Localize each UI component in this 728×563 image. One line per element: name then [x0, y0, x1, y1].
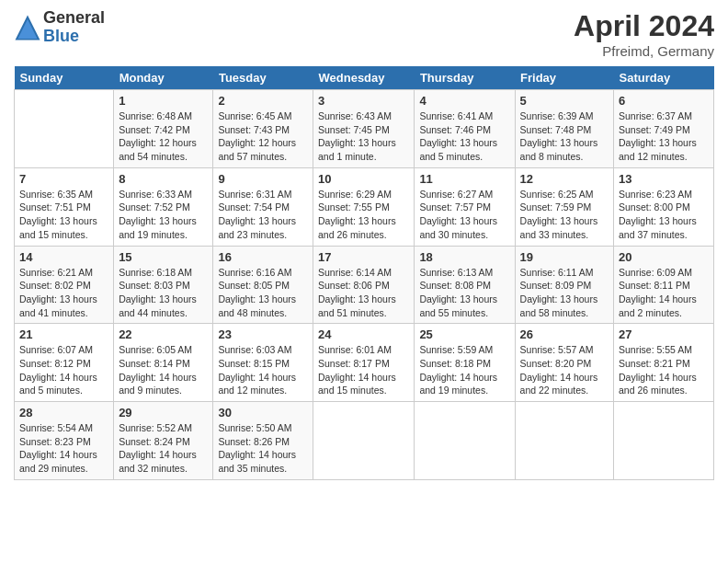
day-number: 6	[619, 94, 709, 108]
table-cell: 5Sunrise: 6:39 AMSunset: 7:48 PMDaylight…	[515, 90, 613, 168]
day-info: Sunrise: 6:01 AMSunset: 8:17 PMDaylight:…	[318, 343, 409, 397]
day-number: 19	[520, 250, 609, 264]
day-number: 2	[218, 94, 308, 108]
col-friday: Friday	[515, 66, 613, 90]
table-cell: 8Sunrise: 6:33 AMSunset: 7:52 PMDaylight…	[114, 167, 213, 246]
table-cell: 27Sunrise: 5:55 AMSunset: 8:21 PMDayligh…	[614, 324, 714, 402]
day-number: 28	[19, 406, 108, 419]
day-info: Sunrise: 6:13 AMSunset: 8:08 PMDaylight:…	[419, 266, 509, 320]
day-number: 3	[318, 94, 409, 108]
table-cell: 19Sunrise: 6:11 AMSunset: 8:09 PMDayligh…	[515, 246, 613, 324]
day-number: 21	[19, 327, 108, 341]
day-number: 26	[520, 327, 609, 341]
day-info: Sunrise: 6:21 AMSunset: 8:02 PMDaylight:…	[19, 266, 108, 320]
day-number: 25	[419, 327, 509, 341]
day-info: Sunrise: 6:14 AMSunset: 8:06 PMDaylight:…	[318, 266, 409, 320]
table-row-week-1: 1Sunrise: 6:48 AMSunset: 7:42 PMDaylight…	[15, 90, 714, 168]
table-cell: 24Sunrise: 6:01 AMSunset: 8:17 PMDayligh…	[313, 324, 415, 402]
table-cell: 11Sunrise: 6:27 AMSunset: 7:57 PMDayligh…	[415, 167, 515, 246]
table-cell: 18Sunrise: 6:13 AMSunset: 8:08 PMDayligh…	[415, 246, 515, 324]
table-row-week-3: 14Sunrise: 6:21 AMSunset: 8:02 PMDayligh…	[15, 246, 714, 324]
day-number: 27	[619, 327, 709, 341]
table-cell: 9Sunrise: 6:31 AMSunset: 7:54 PMDaylight…	[213, 167, 313, 246]
day-info: Sunrise: 6:09 AMSunset: 8:11 PMDaylight:…	[619, 266, 709, 320]
day-info: Sunrise: 5:50 AMSunset: 8:26 PMDaylight:…	[218, 421, 308, 476]
table-cell: 23Sunrise: 6:03 AMSunset: 8:15 PMDayligh…	[213, 324, 313, 402]
day-info: Sunrise: 5:54 AMSunset: 8:23 PMDaylight:…	[19, 421, 108, 476]
table-cell: 29Sunrise: 5:52 AMSunset: 8:24 PMDayligh…	[114, 402, 213, 480]
day-number: 13	[619, 172, 709, 186]
day-info: Sunrise: 6:11 AMSunset: 8:09 PMDaylight:…	[520, 266, 609, 320]
day-info: Sunrise: 5:55 AMSunset: 8:21 PMDaylight:…	[619, 343, 709, 397]
day-number: 5	[520, 94, 609, 108]
table-row-week-5: 28Sunrise: 5:54 AMSunset: 8:23 PMDayligh…	[15, 402, 714, 480]
logo-blue: Blue	[43, 28, 105, 46]
day-number: 20	[619, 250, 709, 264]
table-cell	[313, 402, 415, 480]
table-cell: 26Sunrise: 5:57 AMSunset: 8:20 PMDayligh…	[515, 324, 613, 402]
col-thursday: Thursday	[415, 66, 515, 90]
table-cell: 14Sunrise: 6:21 AMSunset: 8:02 PMDayligh…	[15, 246, 114, 324]
col-saturday: Saturday	[614, 66, 714, 90]
day-info: Sunrise: 6:07 AMSunset: 8:12 PMDaylight:…	[19, 343, 108, 397]
day-info: Sunrise: 6:37 AMSunset: 7:49 PMDaylight:…	[619, 109, 709, 164]
month-title: April 2024	[574, 9, 714, 43]
table-cell: 22Sunrise: 6:05 AMSunset: 8:14 PMDayligh…	[114, 324, 213, 402]
day-number: 24	[318, 327, 409, 341]
day-info: Sunrise: 6:39 AMSunset: 7:48 PMDaylight:…	[520, 109, 609, 164]
day-info: Sunrise: 5:52 AMSunset: 8:24 PMDaylight:…	[119, 421, 208, 476]
logo: General Blue	[14, 9, 105, 46]
day-info: Sunrise: 6:43 AMSunset: 7:45 PMDaylight:…	[318, 109, 409, 164]
day-info: Sunrise: 6:16 AMSunset: 8:05 PMDaylight:…	[218, 266, 308, 320]
col-monday: Monday	[114, 66, 213, 90]
day-number: 12	[520, 172, 609, 186]
table-cell: 13Sunrise: 6:23 AMSunset: 8:00 PMDayligh…	[614, 167, 714, 246]
day-info: Sunrise: 6:29 AMSunset: 7:55 PMDaylight:…	[318, 188, 409, 242]
table-row-week-4: 21Sunrise: 6:07 AMSunset: 8:12 PMDayligh…	[15, 324, 714, 402]
day-info: Sunrise: 6:45 AMSunset: 7:43 PMDaylight:…	[218, 109, 308, 164]
logo-text: General Blue	[43, 9, 105, 46]
day-number: 15	[119, 250, 208, 264]
day-number: 8	[119, 172, 208, 186]
day-number: 18	[419, 250, 509, 264]
day-number: 7	[19, 172, 108, 186]
table-cell: 10Sunrise: 6:29 AMSunset: 7:55 PMDayligh…	[313, 167, 415, 246]
table-cell: 6Sunrise: 6:37 AMSunset: 7:49 PMDaylight…	[614, 90, 714, 168]
col-sunday: Sunday	[15, 66, 114, 90]
table-cell: 7Sunrise: 6:35 AMSunset: 7:51 PMDaylight…	[15, 167, 114, 246]
main-container: General Blue April 2024 Pfreimd, Germany…	[0, 0, 728, 489]
day-number: 11	[419, 172, 509, 186]
table-cell	[15, 90, 114, 168]
day-number: 30	[218, 406, 308, 419]
table-cell	[415, 402, 515, 480]
calendar-body: 1Sunrise: 6:48 AMSunset: 7:42 PMDaylight…	[15, 90, 714, 480]
header: General Blue April 2024 Pfreimd, Germany	[14, 9, 714, 59]
day-number: 23	[218, 327, 308, 341]
day-info: Sunrise: 6:31 AMSunset: 7:54 PMDaylight:…	[218, 188, 308, 242]
day-info: Sunrise: 6:41 AMSunset: 7:46 PMDaylight:…	[419, 109, 509, 164]
day-info: Sunrise: 6:33 AMSunset: 7:52 PMDaylight:…	[119, 188, 208, 242]
day-number: 4	[419, 94, 509, 108]
location-title: Pfreimd, Germany	[574, 43, 714, 59]
day-number: 10	[318, 172, 409, 186]
calendar-table: Sunday Monday Tuesday Wednesday Thursday…	[14, 66, 714, 480]
day-info: Sunrise: 6:48 AMSunset: 7:42 PMDaylight:…	[119, 109, 208, 164]
table-cell: 2Sunrise: 6:45 AMSunset: 7:43 PMDaylight…	[213, 90, 313, 168]
col-tuesday: Tuesday	[213, 66, 313, 90]
table-cell: 28Sunrise: 5:54 AMSunset: 8:23 PMDayligh…	[15, 402, 114, 480]
day-info: Sunrise: 6:18 AMSunset: 8:03 PMDaylight:…	[119, 266, 208, 320]
day-info: Sunrise: 6:05 AMSunset: 8:14 PMDaylight:…	[119, 343, 208, 397]
day-number: 16	[218, 250, 308, 264]
table-cell: 15Sunrise: 6:18 AMSunset: 8:03 PMDayligh…	[114, 246, 213, 324]
day-number: 9	[218, 172, 308, 186]
day-info: Sunrise: 5:57 AMSunset: 8:20 PMDaylight:…	[520, 343, 609, 397]
day-number: 1	[119, 94, 208, 108]
day-info: Sunrise: 6:27 AMSunset: 7:57 PMDaylight:…	[419, 188, 509, 242]
table-cell: 30Sunrise: 5:50 AMSunset: 8:26 PMDayligh…	[213, 402, 313, 480]
table-cell: 4Sunrise: 6:41 AMSunset: 7:46 PMDaylight…	[415, 90, 515, 168]
table-cell: 3Sunrise: 6:43 AMSunset: 7:45 PMDaylight…	[313, 90, 415, 168]
day-info: Sunrise: 6:03 AMSunset: 8:15 PMDaylight:…	[218, 343, 308, 397]
day-info: Sunrise: 6:25 AMSunset: 7:59 PMDaylight:…	[520, 188, 609, 242]
table-cell: 21Sunrise: 6:07 AMSunset: 8:12 PMDayligh…	[15, 324, 114, 402]
table-cell: 17Sunrise: 6:14 AMSunset: 8:06 PMDayligh…	[313, 246, 415, 324]
